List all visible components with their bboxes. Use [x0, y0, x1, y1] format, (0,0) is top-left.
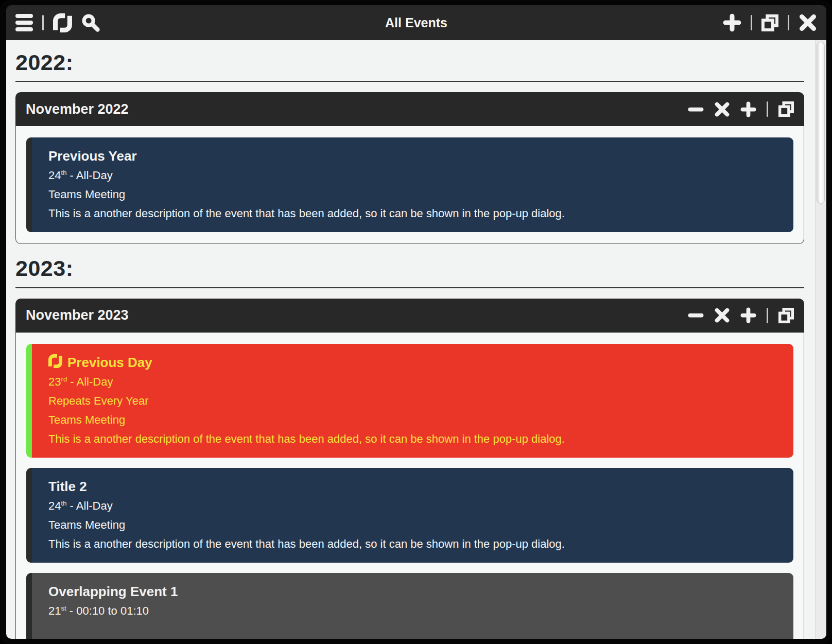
event-date: 24th - All-Day: [48, 496, 777, 515]
panel-header: November 2022: [15, 92, 804, 126]
minimize-icon[interactable]: [688, 307, 704, 323]
panel-header-icons: [688, 101, 794, 117]
event-description: This is a another description of the eve…: [48, 534, 777, 553]
titlebar: All Events: [6, 5, 826, 40]
event-title: Previous Day: [48, 353, 777, 372]
event-meeting-type: Teams Meeting: [48, 185, 777, 204]
section-divider: [15, 81, 804, 82]
search-icon[interactable]: [81, 13, 100, 32]
panel-icon-divider: [767, 308, 768, 323]
add-icon[interactable]: [723, 13, 741, 32]
vertical-scrollbar[interactable]: [815, 40, 826, 639]
event-card-overlapping-event-1[interactable]: Overlapping Event 1 21st - 00:10 to 01:1…: [26, 573, 793, 639]
close-icon[interactable]: [714, 101, 730, 117]
panel-title: November 2023: [26, 307, 129, 323]
add-icon[interactable]: [740, 307, 756, 323]
section-divider: [15, 287, 804, 288]
panel-body: Previous Day 23rd - All-Day Repeats Ever…: [15, 333, 804, 639]
scrollbar-thumb[interactable]: [817, 42, 825, 204]
year-heading-2022: 2022:: [15, 50, 804, 75]
event-title: Title 2: [48, 477, 777, 496]
restore-icon[interactable]: [778, 101, 794, 117]
event-date: 24th - All-Day: [48, 166, 777, 185]
minimize-icon[interactable]: [688, 101, 704, 117]
event-date: 21st - 00:10 to 01:10: [48, 601, 777, 620]
titlebar-right-group: [723, 13, 817, 32]
titlebar-divider: [42, 15, 44, 30]
window-title: All Events: [6, 15, 826, 30]
restore-icon[interactable]: [778, 308, 794, 323]
panel-body: Previous Year 24th - All-Day Teams Meeti…: [15, 126, 804, 244]
event-card-previous-year[interactable]: Previous Year 24th - All-Day Teams Meeti…: [26, 137, 793, 232]
event-date: 23rd - All-Day: [48, 372, 777, 391]
event-meeting-type: Teams Meeting: [48, 410, 777, 429]
event-repeats: Repeats Every Year: [48, 391, 777, 410]
add-icon[interactable]: [740, 101, 756, 117]
panel-title: November 2022: [26, 101, 129, 117]
menu-icon[interactable]: [15, 14, 33, 31]
repeat-icon: [48, 354, 62, 368]
event-card-title-2[interactable]: Title 2 24th - All-Day Teams Meeting Thi…: [26, 468, 793, 563]
panel-header-icons: [688, 307, 794, 323]
event-title: Previous Year: [48, 147, 777, 166]
panel-icon-divider: [767, 101, 768, 117]
titlebar-divider: [751, 15, 752, 30]
titlebar-left-group: [15, 13, 100, 32]
window-inner: All Events: [6, 5, 826, 639]
month-panel-november-2022: November 2022: [15, 92, 804, 244]
titlebar-divider: [788, 15, 789, 30]
month-panel-november-2023: November 2023: [15, 299, 804, 639]
app-window: All Events: [0, 0, 832, 644]
content-area: 2022: November 2022: [6, 40, 826, 639]
scroll-area: 2022: November 2022: [6, 40, 815, 639]
event-card-previous-day[interactable]: Previous Day 23rd - All-Day Repeats Ever…: [26, 344, 793, 458]
app-logo-repeat-icon[interactable]: [53, 13, 72, 32]
event-meeting-type: Teams Meeting: [48, 515, 777, 534]
event-title: Overlapping Event 1: [48, 582, 777, 601]
year-heading-2023: 2023:: [15, 256, 804, 281]
event-description: This is a another description of the eve…: [48, 204, 777, 223]
event-description: This is a another description of the eve…: [48, 429, 777, 448]
close-icon[interactable]: [799, 13, 817, 32]
restore-icon[interactable]: [761, 14, 778, 31]
panel-header: November 2023: [15, 299, 804, 333]
close-icon[interactable]: [714, 307, 730, 323]
